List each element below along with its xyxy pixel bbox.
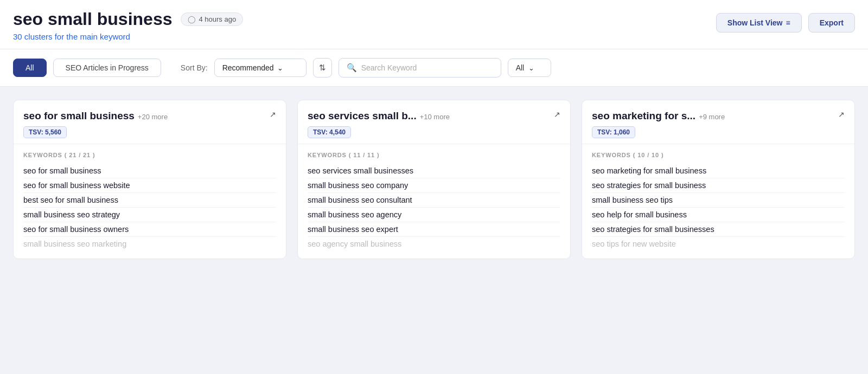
toolbar: All SEO Articles in Progress Sort By: Re… [0, 49, 868, 87]
sort-by-label: Sort By: [181, 63, 208, 72]
keywords-count: KEYWORDS ( 21 / 21 ) [23, 152, 276, 158]
keyword-item: small business seo expert [308, 222, 560, 237]
sort-value: Recommended [222, 63, 274, 72]
more-badge: +20 more [138, 113, 168, 121]
keyword-item: small business seo agency [308, 208, 560, 222]
keyword-item: seo for small business owners [23, 222, 276, 237]
page-subtitle: 30 clusters for the main keyword [13, 32, 243, 41]
tsv-badge: TSV: 5,560 [23, 126, 67, 138]
filter-dropdown[interactable]: All ⌄ [508, 59, 551, 77]
keyword-list: seo marketing for small businessseo stra… [592, 164, 845, 251]
cluster-card: seo marketing for s...+9 more ↗ TSV: 1,0… [582, 100, 855, 259]
export-label: Export [820, 18, 844, 27]
show-list-view-button[interactable]: Show List View ≡ [716, 13, 802, 33]
keyword-item: small business seo strategy [23, 208, 276, 222]
card-body: KEYWORDS ( 21 / 21 ) seo for small busin… [14, 144, 286, 259]
header-left: seo small business ◯ 4 hours ago 30 clus… [13, 10, 243, 41]
card-title-row: seo for small business+20 more ↗ [23, 110, 276, 122]
keyword-item: seo agency small business [308, 237, 560, 251]
keyword-item: seo strategies for small businesses [592, 222, 845, 237]
cards-container: seo for small business+20 more ↗ TSV: 5,… [0, 87, 868, 272]
keyword-item: seo for small business [23, 164, 276, 178]
timestamp-badge: ◯ 4 hours ago [181, 12, 243, 26]
keyword-item: seo strategies for small business [592, 178, 845, 193]
sort-order-icon: ⇅ [319, 63, 326, 73]
keyword-item: small business seo consultant [308, 193, 560, 208]
card-body: KEYWORDS ( 10 / 10 ) seo marketing for s… [582, 144, 854, 259]
card-title: seo services small b...+10 more [308, 110, 550, 122]
keyword-item: best seo for small business [23, 193, 276, 208]
search-input[interactable] [361, 63, 493, 72]
tsv-badge: TSV: 1,060 [592, 126, 635, 138]
sort-chevron-icon: ⌄ [277, 64, 283, 72]
card-title: seo for small business+20 more [23, 110, 265, 122]
clock-icon: ◯ [188, 15, 196, 23]
search-icon: 🔍 [347, 63, 357, 73]
card-title-row: seo marketing for s...+9 more ↗ [592, 110, 845, 122]
keyword-item: seo marketing for small business [592, 164, 845, 178]
card-header: seo marketing for s...+9 more ↗ TSV: 1,0… [582, 100, 854, 144]
keyword-item: seo services small businesses [308, 164, 560, 178]
expand-icon[interactable]: ↗ [270, 110, 276, 119]
more-badge: +10 more [420, 113, 450, 121]
keyword-item: seo for small business website [23, 178, 276, 193]
header-right: Show List View ≡ Export [716, 13, 855, 33]
more-badge: +9 more [699, 113, 725, 121]
tab-seo-articles-in-progress[interactable]: SEO Articles in Progress [53, 59, 161, 77]
keyword-list: seo for small businessseo for small busi… [23, 164, 276, 251]
expand-icon[interactable]: ↗ [554, 110, 560, 119]
keyword-list: seo services small businessessmall busin… [308, 164, 560, 251]
keywords-count: KEYWORDS ( 10 / 10 ) [592, 152, 845, 158]
tab-all[interactable]: All [13, 59, 47, 77]
search-box[interactable]: 🔍 [339, 58, 501, 78]
card-header: seo for small business+20 more ↗ TSV: 5,… [14, 100, 286, 144]
expand-icon[interactable]: ↗ [838, 110, 845, 119]
card-header: seo services small b...+10 more ↗ TSV: 4… [298, 100, 570, 144]
keyword-item: seo help for small business [592, 208, 845, 222]
keywords-count: KEYWORDS ( 11 / 11 ) [308, 152, 560, 158]
top-header: seo small business ◯ 4 hours ago 30 clus… [0, 0, 868, 49]
keyword-item: small business seo tips [592, 193, 845, 208]
filter-chevron-icon: ⌄ [528, 64, 534, 72]
list-icon: ≡ [786, 18, 790, 27]
export-button[interactable]: Export [808, 13, 855, 33]
page-title: seo small business [13, 10, 172, 29]
tsv-badge: TSV: 4,540 [308, 126, 351, 138]
sort-by-dropdown[interactable]: Recommended ⌄ [214, 59, 307, 77]
card-body: KEYWORDS ( 11 / 11 ) seo services small … [298, 144, 570, 259]
sort-order-button[interactable]: ⇅ [313, 58, 332, 78]
show-list-label: Show List View [727, 18, 783, 27]
card-title: seo marketing for s...+9 more [592, 110, 834, 122]
filter-value: All [516, 63, 525, 72]
cluster-card: seo services small b...+10 more ↗ TSV: 4… [297, 100, 571, 259]
keyword-item: small business seo company [308, 178, 560, 193]
keyword-item: small business seo marketing [23, 237, 276, 251]
keyword-item: seo tips for new website [592, 237, 845, 251]
timestamp-text: 4 hours ago [199, 15, 236, 23]
cluster-card: seo for small business+20 more ↗ TSV: 5,… [13, 100, 286, 259]
card-title-row: seo services small b...+10 more ↗ [308, 110, 560, 122]
